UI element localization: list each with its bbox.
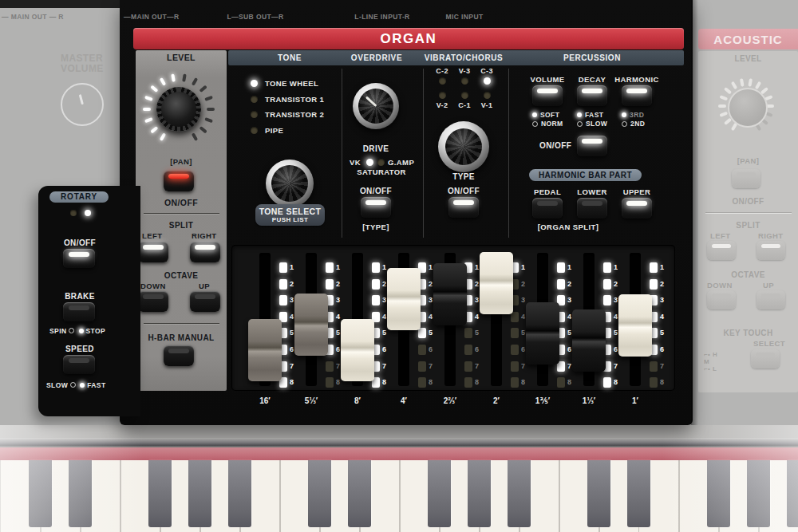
option-off-label: NORM — [541, 120, 563, 128]
button-lamp — [195, 245, 215, 250]
octave-down-button[interactable] — [138, 291, 168, 312]
drawbar-scale-number: 5 — [475, 329, 484, 337]
percussion-decay-button[interactable] — [577, 85, 607, 106]
percussion-volume-button[interactable] — [532, 85, 563, 106]
tone-model-label: TRANSISTOR 2 — [265, 110, 324, 119]
vibrato-led-row-top — [431, 77, 498, 85]
black-key — [308, 460, 331, 527]
acoustic-select-button — [751, 349, 780, 368]
level-header: LEVEL — [136, 53, 227, 62]
master-volume-label-1: MASTER — [61, 53, 103, 64]
drive-knob[interactable] — [358, 89, 393, 124]
option-on-label: 3RD — [630, 111, 644, 119]
octave-up-button[interactable] — [190, 291, 220, 312]
column-separator — [423, 69, 424, 238]
drawbar-slider-16′[interactable] — [248, 319, 282, 381]
button-lamp — [582, 201, 602, 206]
drawbar-scale-number: 3 — [660, 296, 670, 304]
drawbar-scale-number: 2 — [567, 280, 577, 288]
gamp-led — [377, 159, 385, 166]
drawbar-led-segment — [557, 279, 565, 290]
percussion-decay-label: DECAY — [570, 75, 614, 84]
tone-select-knob[interactable] — [271, 165, 308, 202]
drawbar-slider-1⅗′[interactable] — [526, 302, 559, 365]
organ-onoff-button[interactable] — [164, 171, 194, 191]
vibrato-type-knob[interactable] — [445, 128, 482, 165]
drawbar-slider-5⅓′[interactable] — [294, 294, 328, 356]
drawbar-scale-number: 6 — [660, 345, 670, 353]
level-pan-label: [PAN] — [136, 157, 227, 166]
knob-pointer — [365, 97, 377, 108]
hbar-manual-button[interactable] — [164, 345, 194, 366]
level-knob-cap[interactable] — [161, 92, 196, 127]
slow-fast-row: SLOW FAST — [46, 381, 106, 389]
drawbar-led-segment — [557, 377, 565, 388]
tone-model-label: TRANSISTOR 1 — [265, 95, 324, 104]
drawbar-scale-number: 7 — [382, 362, 392, 370]
overdrive-onoff-button[interactable] — [361, 197, 391, 218]
drawbar-led-segment — [418, 328, 426, 338]
divider — [144, 213, 219, 214]
button-lamp — [143, 294, 164, 299]
split-left-button[interactable] — [138, 242, 168, 262]
drawbar-led-segment — [511, 361, 519, 372]
tone-model-row[interactable]: TRANSISTOR 2 — [251, 107, 324, 123]
drawbar-slider-1′[interactable] — [618, 294, 652, 357]
drawbar-led-segment — [603, 377, 611, 388]
harmonic-bar-pedal-button[interactable] — [532, 198, 563, 219]
speed-button[interactable] — [63, 355, 95, 374]
black-key — [188, 460, 211, 527]
knob-pointer — [78, 94, 83, 104]
tone-model-row[interactable]: PIPE — [251, 123, 324, 139]
tone-model-row[interactable]: TONE WHEEL — [251, 76, 324, 92]
slow-label: SLOW — [46, 381, 68, 389]
acoustic-split-label: SPLIT — [698, 221, 798, 230]
drawbar-led-segment — [372, 295, 380, 305]
drawbar-label: 8′ — [340, 396, 375, 405]
drawbar-led-segment — [326, 262, 334, 273]
drawbar-slider-1⅓′[interactable] — [572, 309, 606, 372]
vibrato-top-labels: C-2V-3C-3 — [431, 67, 498, 75]
vibrato-led-c-1 — [461, 92, 468, 99]
percussion-onoff-button[interactable] — [577, 136, 607, 156]
drive-label: DRIVE — [352, 144, 400, 153]
fast-label: FAST — [87, 381, 105, 389]
drawbar-led-segment — [372, 262, 380, 273]
jack-label-mic-input: MIC INPUT — [440, 13, 489, 21]
vibrato-led-cell — [431, 77, 453, 85]
button-lamp — [582, 139, 602, 144]
column-separator — [508, 69, 509, 238]
harmonic-bar-lower-button[interactable] — [577, 198, 607, 219]
drawbar-led-segment — [326, 377, 334, 388]
tone-header: TONE — [255, 53, 324, 62]
drawbar-led-segment — [279, 279, 287, 290]
vibrato-onoff-label: ON/OFF — [440, 187, 488, 195]
drawbar-slider-4′[interactable] — [387, 268, 421, 330]
harmonic-bar-upper-button[interactable] — [622, 198, 652, 219]
master-volume-label-2: VOLUME — [61, 63, 104, 74]
drawbar-led-segment — [418, 345, 426, 355]
tone-model-row[interactable]: TRANSISTOR 1 — [251, 92, 324, 108]
drawbar-slider-2⅔′[interactable] — [433, 263, 467, 325]
tone-model-led — [251, 80, 258, 87]
acoustic-split-left-button — [707, 241, 736, 260]
vibrato-onoff-button[interactable] — [448, 197, 479, 218]
drawbar-slider-2′[interactable] — [480, 252, 513, 314]
acoustic-select-label: SELECT — [753, 339, 785, 348]
drawbar-led-segment — [603, 295, 611, 305]
drawbar-scale-number: 8 — [290, 378, 299, 386]
percussion-decay-options: FASTSLOW — [577, 110, 607, 128]
vibrato-label: V-2 — [431, 101, 453, 109]
rotary-onoff-button[interactable] — [63, 249, 95, 268]
drawbar-led-segment — [511, 328, 519, 338]
drawbar-slider-8′[interactable] — [341, 319, 374, 381]
keytouch-m-label: M — [704, 358, 709, 365]
split-right-button[interactable] — [190, 242, 220, 262]
percussion-harmonic-button[interactable] — [622, 85, 652, 106]
drawbar-scale-number: 1 — [336, 263, 346, 271]
brake-button[interactable] — [63, 302, 95, 321]
drawbar-scale-number: 7 — [475, 362, 484, 370]
drawbar-scale-number: 8 — [614, 378, 623, 386]
black-key — [508, 460, 531, 527]
drawbar-led-segment — [279, 262, 287, 273]
